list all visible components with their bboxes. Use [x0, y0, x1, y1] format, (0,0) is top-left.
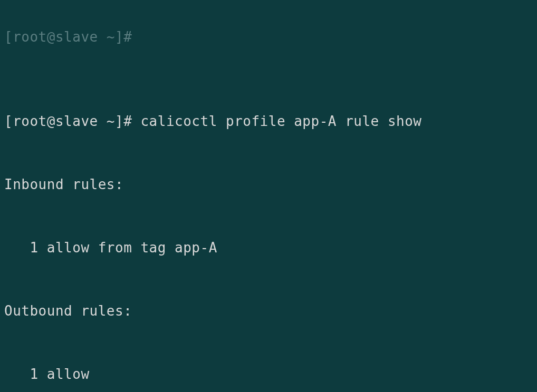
output-text: Outbound rules: [4, 300, 533, 321]
terminal-window[interactable]: [root@slave ~]# [root@slave ~]# calicoct… [0, 0, 537, 392]
terminal-line: [root@slave ~]# calicoctl profile app-A … [4, 111, 533, 132]
shell-prompt: [root@slave ~]# [4, 29, 140, 45]
command-text: calicoctl profile app-A rule show [140, 113, 421, 129]
output-text: Inbound rules: [4, 174, 533, 195]
output-text: 1 allow [4, 364, 533, 385]
output-text: 1 allow from tag app-A [4, 237, 533, 258]
terminal-line: [root@slave ~]# [4, 26, 533, 47]
shell-prompt: [root@slave ~]# [4, 113, 140, 129]
